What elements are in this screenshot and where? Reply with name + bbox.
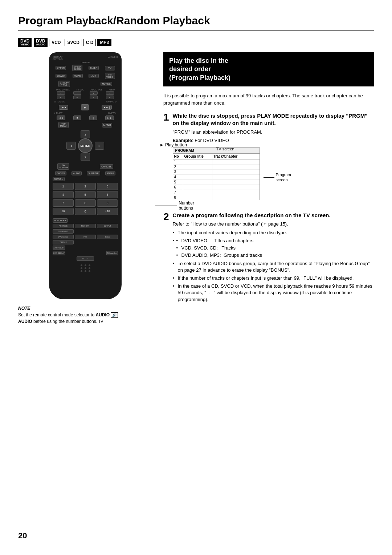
heading-line1: Play the disc in the <box>169 57 228 64</box>
step-2: 2 Create a program following the descrip… <box>163 212 374 304</box>
btn-next[interactable]: ►► | <box>102 105 112 110</box>
btn-pty[interactable]: PTY <box>75 235 96 239</box>
dpad: ▲ ◄ ENTER ► ▼ <box>53 130 118 161</box>
btn-audiovol-up[interactable]: + <box>90 91 98 95</box>
btn-4[interactable]: 4 <box>53 191 74 198</box>
btn-dpad-up[interactable]: ▲ <box>81 130 90 138</box>
btn-tvvol-up[interactable]: + <box>73 91 81 95</box>
btn-dpad-down[interactable]: ▼ <box>81 153 90 161</box>
transport-row2: ◄◄ ■ || ►► <box>53 116 118 120</box>
btn-plus10[interactable]: +10 <box>97 208 118 215</box>
btn-subtitle[interactable]: SUBTITLE <box>87 171 100 175</box>
btn-stop[interactable]: ■ <box>73 116 81 120</box>
program-screen-text: Programscreen <box>276 172 291 183</box>
btn-on-screen[interactable]: ONSCREEN <box>57 163 69 170</box>
btn-enter[interactable]: ENTER <box>78 138 93 153</box>
callout-number-label2: buttons <box>179 206 194 211</box>
badge-dvd-video: DVD VIDEO <box>18 38 32 47</box>
page-number: 20 <box>18 531 27 540</box>
btn-dpad-right[interactable]: ► <box>95 142 104 150</box>
btn-slow-next[interactable]: ►► <box>105 116 114 120</box>
btn-3[interactable]: 3 <box>97 183 118 190</box>
btn-memory[interactable]: MEMORY <box>75 224 96 228</box>
bullet-time: In the case of a CD, SVCD or VCD, when t… <box>173 283 374 303</box>
numpad: 1 2 3 4 5 6 7 8 9 10 0 +10 <box>53 183 118 215</box>
step-2-bullets: The input content varies depending on th… <box>173 230 374 303</box>
btn-play[interactable]: ► <box>81 104 89 110</box>
btn-7[interactable]: 7 <box>53 199 74 207</box>
btn-fmam[interactable]: FM/AM <box>73 74 83 78</box>
btn-menu[interactable]: MENU <box>102 123 113 127</box>
bullet-full: If the number of tracks or chapters inpu… <box>173 275 374 281</box>
heading-line2: desired order <box>169 65 211 73</box>
btn-slow-prev[interactable]: ◄◄ <box>57 116 65 120</box>
btn-8[interactable]: 8 <box>75 199 96 207</box>
btn-dvd-level[interactable]: DVD LEVEL <box>53 235 74 239</box>
btn-muting[interactable]: MUTING <box>101 82 112 86</box>
table-row: 2 <box>173 165 260 170</box>
table-row: 6 <box>173 185 260 190</box>
btn-2[interactable]: 2 <box>75 183 96 190</box>
btn-dpad-left[interactable]: ◄ <box>66 142 76 150</box>
btn-audiovol-down[interactable]: − <box>90 96 98 99</box>
btn-tvchan-down[interactable]: − <box>57 96 65 99</box>
btn-sleep[interactable]: SLEEP <box>89 66 99 70</box>
callout-play-line <box>138 145 158 145</box>
btn-prev[interactable]: |◄◄ <box>59 105 68 110</box>
btn-aux[interactable]: AUX <box>89 74 99 78</box>
program-screen-label: Programscreen <box>264 155 291 200</box>
btn-prmode[interactable]: P.R.MODE <box>53 224 74 228</box>
table-row: 3 <box>173 170 260 175</box>
sub-bullet-vcd: VCD, SVCD, CD: Tracks <box>176 245 374 251</box>
btn-bass[interactable]: BASS <box>97 235 118 239</box>
menu-row: TOPMENU MENU <box>53 122 118 128</box>
btn-group-title[interactable]: GROUP/TITLE <box>58 81 70 87</box>
choice-row: CHOICE AUDIO SUBTITLE ANGLE <box>53 171 118 175</box>
table-row: 1 <box>173 159 260 165</box>
btn-audio[interactable]: AUDIO <box>72 171 82 175</box>
btn-tv[interactable]: TV <box>105 66 115 70</box>
btn-play-mode[interactable]: PLAY MODE <box>53 218 68 223</box>
mode-badges: DVD VIDEO DVD AUDIO VCD SVCD C D MP3 <box>18 38 374 47</box>
badge-vcd: VCD <box>49 39 63 46</box>
section-heading: Play the disc in the desired order (Prog… <box>163 52 374 86</box>
btn-10[interactable]: 10 <box>53 208 74 215</box>
btn-upper[interactable]: UPPER <box>56 66 66 70</box>
disc-type-list: DVD VIDEO: Titles and chapters VCD, SVCD… <box>176 238 374 259</box>
btn-9[interactable]: 9 <box>97 199 118 207</box>
btn-output[interactable]: OUTPUT <box>97 224 118 228</box>
btn-aj-standby[interactable]: AJ/STANDBY <box>53 246 65 250</box>
btn-setup[interactable]: SETUP <box>77 256 94 261</box>
btn-tvvideo[interactable]: TV/VIDEO <box>105 73 115 79</box>
slow-labels: ● SLOW SLOW ● <box>53 112 118 114</box>
btn-rds-replay[interactable]: RDS REPLAY <box>53 251 65 255</box>
btn-treble[interactable]: TREBLE <box>53 240 74 244</box>
bottom-btns-3: AJ/STANDBY <box>53 246 118 250</box>
btn-surround[interactable]: SURROUND <box>53 229 74 234</box>
btn-open-close[interactable]: OPEN/CLOSE <box>72 65 82 71</box>
btn-return[interactable]: RETURN <box>53 177 65 181</box>
btn-6[interactable]: 6 <box>97 191 118 198</box>
btn-cancel[interactable]: CANCEL <box>100 164 113 169</box>
btn-top-menu[interactable]: TOPMENU <box>58 122 69 128</box>
btn-ta-newsinfo[interactable]: TA/NewsInfo <box>106 251 118 255</box>
btn-angle[interactable]: ANGLE <box>105 171 115 175</box>
step-1-number: 1 <box>163 112 169 206</box>
col-group: Group/Title <box>183 154 212 159</box>
btn-tvchan-up[interactable]: + <box>57 91 65 95</box>
btn-tvvol-down[interactable]: − <box>73 96 81 99</box>
main-layout: DISPLAYCONTROL U/I AUDIO DIMMER UPPER OP… <box>18 52 374 325</box>
btn-5[interactable]: 5 <box>75 191 96 198</box>
btn-audio-down[interactable]: − <box>106 96 114 99</box>
step-2-refer: Refer to "How to use the number buttons"… <box>173 221 374 227</box>
btn-1[interactable]: 1 <box>53 183 74 190</box>
btn-0[interactable]: 0 <box>75 208 96 215</box>
btn-audio-up[interactable]: + <box>106 91 114 95</box>
btn-pause[interactable]: || <box>89 116 97 120</box>
heading-line3: (Program Playback) <box>169 74 230 81</box>
bullet-bonus: To select a DVD AUDIO bonus group, carry… <box>173 260 374 274</box>
btn-lower[interactable]: LOWER <box>56 74 66 78</box>
btn-choice[interactable]: CHOICE <box>55 171 66 175</box>
step-1-content: While the disc is stopped, press PLAY MO… <box>173 112 374 206</box>
table-row: 4 <box>173 175 260 180</box>
